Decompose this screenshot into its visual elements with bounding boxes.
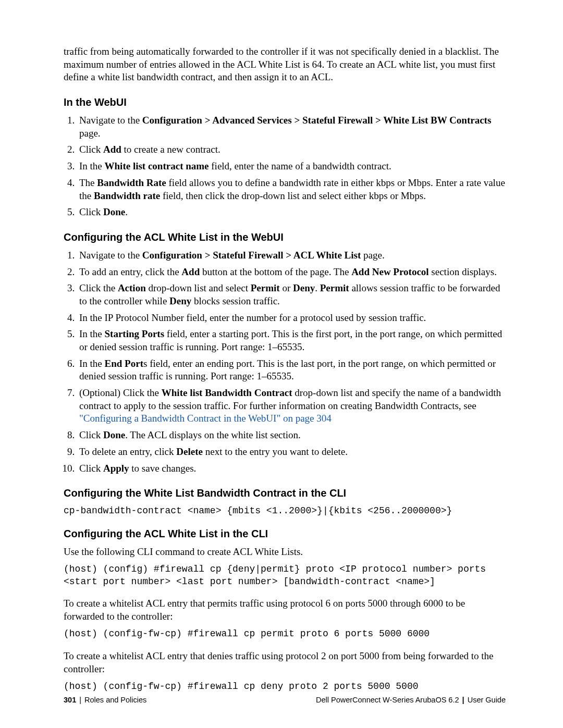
intro-paragraph: traffic from being automatically forward… — [64, 45, 506, 84]
footer-right: Dell PowerConnect W-Series ArubaOS 6.2 |… — [316, 695, 506, 705]
list-item: To add an entry, click the Add button at… — [77, 266, 506, 279]
cli-code-block: cp-bandwidth-contract <name> {mbits <1..… — [64, 505, 506, 517]
list-item: Navigate to the Configuration > Advanced… — [77, 114, 506, 140]
body-paragraph: Use the following CLI command to create … — [64, 546, 506, 559]
chapter-title: Roles and Policies — [84, 696, 146, 704]
list-item: Click the Action drop-down list and sele… — [77, 282, 506, 307]
cli-code-block: (host) (config-fw-cp) #firewall cp permi… — [64, 628, 506, 640]
list-item: To delete an entry, click Delete next to… — [77, 446, 506, 459]
cli-code-block: (host) (config) #firewall cp {deny|permi… — [64, 563, 506, 588]
acl-webui-steps: Navigate to the Configuration > Stateful… — [64, 249, 506, 475]
list-item: Click Add to create a new contract. — [77, 143, 506, 156]
product-name: Dell PowerConnect W-Series ArubaOS 6.2 — [316, 696, 459, 704]
body-paragraph: To create a whitelist ACL entry that den… — [64, 650, 506, 675]
doc-type: User Guide — [468, 696, 506, 704]
section-heading-webui: In the WebUI — [64, 95, 506, 109]
section-heading-acl-webui: Configuring the ACL White List in the We… — [64, 230, 506, 244]
list-item: The Bandwidth Rate field allows you to d… — [77, 177, 506, 202]
list-item: Click Apply to save changes. — [77, 462, 506, 475]
list-item: In the Starting Ports field, enter a sta… — [77, 328, 506, 353]
cli-code-block: (host) (config-fw-cp) #firewall cp deny … — [64, 681, 506, 693]
section-heading-acl-cli: Configuring the ACL White List in the CL… — [64, 527, 506, 540]
body-paragraph: To create a whitelist ACL entry that per… — [64, 597, 506, 623]
footer-left: 301 | Roles and Policies — [64, 695, 146, 705]
cross-reference-link[interactable]: "Configuring a Bandwidth Contract in the… — [79, 413, 332, 424]
list-item: In the IP Protocol Number field, enter t… — [77, 312, 506, 325]
list-item: In the White list contract name field, e… — [77, 160, 506, 173]
document-page: traffic from being automatically forward… — [0, 0, 563, 728]
webui-steps: Navigate to the Configuration > Advanced… — [64, 114, 506, 219]
list-item: Navigate to the Configuration > Stateful… — [77, 249, 506, 262]
list-item: (Optional) Click the White list Bandwidt… — [77, 387, 506, 425]
list-item: In the End Ports field, enter an ending … — [77, 357, 506, 383]
section-heading-bw-cli: Configuring the White List Bandwidth Con… — [64, 486, 506, 500]
list-item: Click Done. The ACL displays on the whit… — [77, 429, 506, 442]
list-item: Click Done. — [77, 206, 506, 219]
page-footer: 301 | Roles and Policies Dell PowerConne… — [64, 695, 506, 705]
page-number: 301 — [64, 696, 76, 704]
